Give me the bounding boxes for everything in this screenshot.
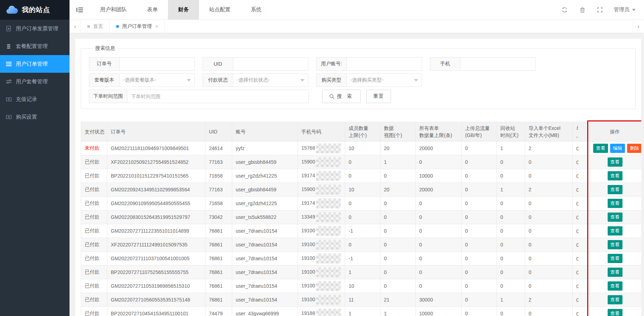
cell-phone: 19174 (298, 169, 345, 183)
nav-item-3[interactable]: 站点配置 (199, 0, 241, 20)
view-button[interactable]: 查看 (593, 144, 608, 153)
time-range-label: 下单时间范围 (89, 90, 127, 103)
view-button[interactable]: 查看 (608, 281, 622, 291)
tabs-scroll-left-icon[interactable]: ‹ (70, 20, 81, 33)
column-header-upload_traffic: 上传总流量(GB/年) (462, 122, 497, 142)
cell-upload_traffic: 0 (462, 169, 497, 183)
cell-form_limit: 10000 (416, 307, 462, 316)
view-button[interactable]: 查看 (608, 295, 622, 304)
cell-upload_traffic: 0 (462, 252, 497, 266)
masked-phone-blur (316, 254, 341, 263)
nav-item-0[interactable]: 用户和团队 (90, 0, 137, 20)
cell-actions: 查看 (589, 224, 642, 238)
cell-recycle_days: 0 (497, 169, 525, 183)
view-button[interactable]: 查看 (608, 171, 622, 180)
package-version-placeholder: -选择套餐版本- (123, 77, 156, 83)
view-button[interactable]: 查看 (608, 185, 622, 194)
phone-input[interactable] (460, 57, 536, 71)
cell-order_no: GM20220924134951102999853564 (107, 183, 205, 197)
cell-pay_status: 未付款 (81, 142, 107, 155)
buy-type-select[interactable]: -选择购买类型- (347, 73, 422, 87)
package-version-select[interactable]: -选择套餐版本- (119, 73, 195, 87)
view-button[interactable]: 查看 (608, 157, 622, 167)
delete-button[interactable]: 删除 (627, 144, 641, 153)
table-row-2: 已付款BP2022101011512297541015156571658user… (81, 169, 642, 183)
cell-upload_traffic: 0 (462, 266, 497, 279)
tab-home[interactable]: 首页 (81, 20, 109, 33)
tab-close-icon[interactable]: × (155, 24, 158, 29)
clipped-cell-fragment: 0 (576, 256, 578, 262)
cell-recycle_days: 1 (497, 183, 525, 197)
sidebar-item-1[interactable]: 套餐配置管理 (0, 37, 70, 55)
sidebar-item-5[interactable]: 购买设置 (0, 108, 70, 126)
cell-form_limit: 0 (416, 252, 462, 266)
cell-account: user_ts5uk558822 (232, 210, 298, 224)
edit-button[interactable]: 编辑 (610, 144, 625, 153)
view-button[interactable]: 查看 (608, 268, 622, 277)
order-no-input[interactable] (119, 57, 195, 71)
phone-prefix: 19174 (301, 200, 315, 206)
cell-member_limit: 0 (345, 238, 380, 252)
time-range-input[interactable] (127, 90, 309, 103)
view-button[interactable]: 查看 (608, 240, 622, 249)
cell-recycle_days: 0 (497, 238, 525, 252)
main-content: 搜索信息 订单号 UID 用户账号: 手机 (70, 33, 644, 316)
cell-account: user_7draeu10154 (232, 293, 298, 307)
sidebar-collapse-icon[interactable] (70, 0, 90, 20)
pay-status-text: 已付款 (85, 186, 100, 192)
refresh-icon[interactable] (556, 0, 573, 20)
cell-pay_status: 已付款 (81, 169, 107, 183)
package-version-label: 套餐版本 (89, 73, 119, 87)
nav-item-4[interactable]: 系统 (241, 0, 272, 20)
cell-order_no: BP20221010115122975410151565 (107, 169, 205, 183)
cell-upload_traffic: 0 (462, 279, 497, 293)
uid-input[interactable] (233, 57, 308, 71)
cell-actions: 查看 (589, 183, 642, 197)
cell-phone: 19100 (298, 224, 345, 238)
sidebar-item-label: 套餐配置管理 (16, 43, 48, 50)
sidebar-item-3[interactable]: 用户套餐管理 (0, 73, 70, 90)
nav-item-2[interactable]: 财务 (168, 0, 199, 20)
cell-data_views: 1 (380, 155, 416, 169)
column-header-recycle_days: 回收站时间(天) (497, 122, 525, 142)
cell-excel_size: 0 (525, 307, 573, 316)
sidebar-item-0[interactable]: 用户订单发票管理 (0, 20, 70, 37)
cell-uid: 76861 (205, 266, 232, 279)
reset-button[interactable]: 重置 (366, 90, 391, 103)
cell-account: user_7draeu10154 (232, 279, 298, 293)
sliders-icon (6, 79, 12, 85)
cloud-logo-icon (5, 5, 19, 15)
phone-prefix: 19100 (301, 242, 315, 247)
tab-home-label: 首页 (93, 23, 103, 30)
view-button[interactable]: 查看 (608, 309, 622, 316)
tab-home-dot-icon (87, 25, 90, 28)
cell-clipped: 0 (573, 252, 589, 266)
clipped-cell-fragment: 0 (576, 173, 578, 179)
cell-member_limit: 0 (345, 155, 380, 169)
view-button[interactable]: 查看 (608, 199, 622, 208)
nav-item-1[interactable]: 表单 (137, 0, 168, 20)
sidebar-item-4[interactable]: 充值记录 (0, 90, 70, 108)
trash-icon[interactable] (573, 0, 591, 20)
view-button[interactable]: 查看 (608, 254, 622, 263)
admin-user-menu[interactable]: 管理员 (609, 6, 644, 13)
sidebar-item-2[interactable]: 用户订单管理 (0, 55, 70, 73)
buy-type-field: 购买类型 -选择购买类型- (316, 73, 422, 87)
site-logo[interactable]: 我的站点 (0, 0, 70, 20)
tab-active-label: 用户订单管理 (122, 23, 152, 30)
view-button[interactable]: 查看 (608, 213, 622, 222)
search-button[interactable]: 搜 索 (322, 90, 361, 103)
pay-status-text: 已付款 (85, 159, 100, 165)
fullscreen-icon[interactable] (591, 0, 609, 20)
tabs-scroll-right-icon[interactable]: › (633, 20, 644, 33)
pay-status-select[interactable]: -选择付款状态- (233, 73, 308, 87)
cell-order_no: BP20220727110752565155555755 (107, 266, 205, 279)
cell-excel_size: 0 (525, 266, 573, 279)
tab-user-order-management[interactable]: 用户订单管理 × (109, 20, 165, 33)
masked-phone-blur (316, 309, 341, 316)
clipped-cell-fragment: 0 (576, 270, 578, 275)
cell-phone: 19100 (298, 252, 345, 266)
view-button[interactable]: 查看 (608, 226, 622, 235)
account-input[interactable] (347, 57, 422, 71)
cell-form_limit: 0 (416, 210, 462, 224)
